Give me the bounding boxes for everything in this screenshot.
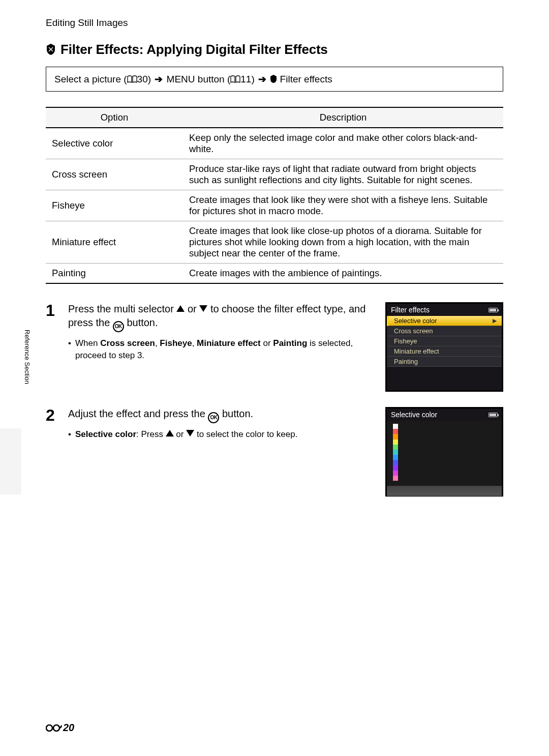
page-number: 20 (46, 722, 74, 734)
color-slider (393, 424, 398, 481)
page-title: Filter Effects: Applying Digital Filter … (46, 42, 503, 57)
col-option: Option (46, 107, 183, 128)
reference-section-icon (46, 723, 62, 733)
lcd-selective-color: Selective color (385, 407, 503, 497)
table-row: PaintingCreate images with the ambience … (46, 264, 503, 284)
table-row: Cross screenProduce star-like rays of li… (46, 159, 503, 190)
side-tab-label: Reference Section (23, 330, 31, 384)
thumb-tab (0, 428, 21, 495)
book-icon (230, 74, 240, 84)
col-description: Description (183, 107, 503, 128)
lcd-item: Painting (387, 357, 502, 367)
lcd-title: Selective color (391, 411, 437, 419)
retouch-icon (270, 74, 277, 84)
svg-point-1 (53, 725, 59, 731)
chevron-right-icon: ▶ (493, 317, 497, 324)
lcd-item: Miniature effect (387, 346, 502, 357)
step-1: 1 Press the multi selector or to choose … (46, 302, 503, 392)
retouch-icon (46, 42, 60, 57)
lcd-item-selected: Selective color▶ (387, 316, 502, 326)
step-title: Adjust the effect and press the OK butto… (68, 407, 374, 423)
book-icon (127, 74, 137, 84)
lcd-title: Filter effects (391, 306, 430, 314)
ok-icon: OK (208, 412, 219, 423)
step-number: 2 (46, 407, 63, 497)
step-note: Selective color: Press or to select the … (68, 428, 374, 441)
step-title: Press the multi selector or to choose th… (68, 302, 374, 332)
down-icon (199, 305, 207, 312)
table-row: Miniature effectCreate images that look … (46, 221, 503, 264)
step-2: 2 Adjust the effect and press the OK but… (46, 407, 503, 497)
lcd-filter-menu: Filter effects Selective color▶ Cross sc… (385, 302, 503, 392)
battery-icon (489, 308, 498, 312)
lcd-item: Fisheye (387, 336, 502, 346)
svg-point-0 (46, 725, 52, 731)
heading-text: Filter Effects: Applying Digital Filter … (60, 42, 328, 57)
battery-icon (489, 413, 498, 417)
navigation-path: Select a picture (30) ➔ MENU button (11)… (46, 67, 503, 92)
table-row: FisheyeCreate images that look like they… (46, 190, 503, 221)
step-note: When Cross screen, Fisheye, Miniature ef… (68, 337, 374, 362)
arrow-icon: ➔ (258, 74, 266, 84)
up-icon (166, 430, 174, 437)
breadcrumb: Editing Still Images (46, 17, 503, 28)
ok-icon: OK (113, 321, 124, 332)
lcd-item: Cross screen (387, 326, 502, 336)
up-icon (176, 305, 185, 312)
step-number: 1 (46, 302, 63, 392)
arrow-icon: ➔ (155, 74, 163, 84)
options-table: Option Description Selective colorKeep o… (46, 107, 503, 284)
down-icon (186, 430, 194, 437)
table-row: Selective colorKeep only the selected im… (46, 128, 503, 159)
